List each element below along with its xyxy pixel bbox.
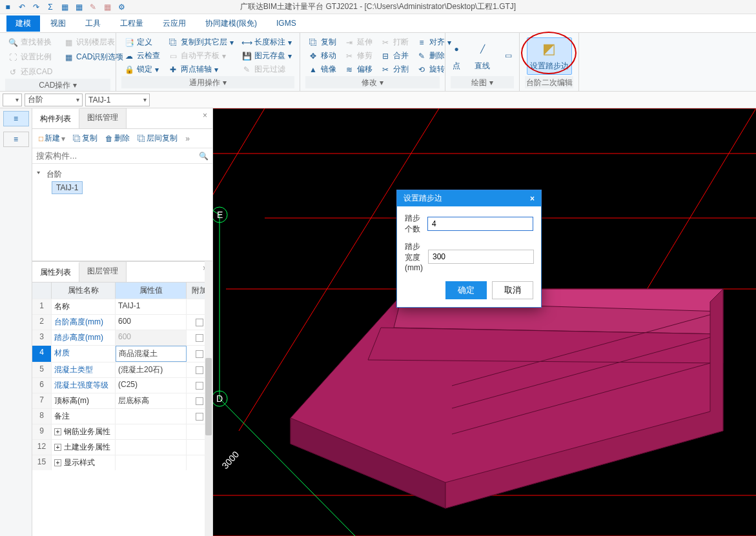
pencil-icon[interactable]: ✎ — [88, 2, 98, 12]
toolbar-overflow[interactable]: » — [183, 134, 192, 143]
floor-table-button[interactable]: ▦识别楼层表 — [61, 35, 117, 49]
prop-value[interactable]: 600 — [116, 330, 187, 345]
define-button[interactable]: 📑定义 — [121, 35, 163, 49]
checkbox[interactable] — [196, 366, 203, 374]
dialog-close-icon[interactable]: × — [530, 194, 535, 203]
category-dropdown[interactable]: 台阶▾ — [25, 94, 83, 106]
prop-value[interactable]: (C25) — [116, 378, 187, 393]
menu-tab-quantity[interactable]: 工程量 — [111, 15, 152, 32]
component-search[interactable]: 🔍 — [32, 148, 212, 164]
save-element-button[interactable]: 💾图元存盘 ▾ — [239, 49, 294, 63]
set-step-edge-button[interactable]: ◩ 设置踏步边 — [527, 37, 572, 75]
prop-row[interactable]: 12+土建业务属性 — [32, 439, 212, 455]
prop-value[interactable] — [116, 440, 187, 455]
prop-row[interactable]: 5混凝土类型(混凝土20石) — [32, 362, 212, 377]
prop-row[interactable]: 4材质商品混凝土 — [32, 345, 212, 362]
prop-value[interactable]: 商品混凝土 — [116, 346, 187, 362]
tab-drawing-manage[interactable]: 图纸管理 — [79, 108, 127, 128]
cloud-check-button[interactable]: ☁云检查 — [121, 49, 163, 63]
scroll-thumb[interactable] — [205, 358, 212, 435]
delete-comp-button[interactable]: 🗑删除 — [103, 132, 132, 145]
prop-scrollbar[interactable] — [205, 261, 212, 536]
sum-icon[interactable]: Σ — [45, 2, 56, 12]
merge-button[interactable]: ⊟合并 — [378, 49, 411, 63]
two-point-axis-button[interactable]: ✚两点辅轴 ▾ — [165, 63, 236, 76]
checkbox[interactable] — [196, 382, 203, 390]
cancel-button[interactable]: 取消 — [492, 281, 533, 299]
floor-copy-button[interactable]: ⿻层间复制 — [135, 132, 180, 145]
menu-tab-view[interactable]: 视图 — [41, 15, 75, 32]
lock-button[interactable]: 🔒锁定 ▾ — [121, 63, 163, 76]
checkbox[interactable] — [196, 334, 203, 342]
mirror-button[interactable]: ▲镜像 — [305, 63, 339, 76]
offset-button[interactable]: ≋偏移 — [342, 63, 375, 76]
checkbox[interactable] — [196, 413, 203, 421]
menu-tab-collab[interactable]: 协同建模(限免) — [196, 15, 266, 32]
find-replace-button[interactable]: 🔍查找替换 — [5, 35, 54, 49]
checkbox[interactable] — [196, 397, 203, 405]
tree-item-selected[interactable]: TAIJ-1 — [52, 181, 83, 194]
3d-viewport[interactable]: E D 3000 设置踏步边 × — [213, 108, 756, 536]
prop-row[interactable]: 15+显示样式 — [32, 455, 212, 470]
tab-layers[interactable]: 图层管理 — [79, 262, 127, 282]
restore-cad-button[interactable]: ↺还原CAD — [5, 65, 110, 79]
auto-level-button[interactable]: ▭自动平齐板 ▾ — [165, 49, 236, 63]
redo-icon[interactable]: ↷ — [31, 2, 41, 12]
point-button[interactable]: ●点 — [445, 37, 468, 74]
tab-component-list[interactable]: 构件列表 — [32, 108, 79, 128]
checkbox[interactable] — [196, 350, 203, 358]
step-count-input[interactable] — [427, 217, 533, 231]
prop-row[interactable]: 2台阶高度(mm)600 — [32, 314, 212, 330]
prop-row[interactable]: 9+钢筋业务属性 — [32, 424, 212, 439]
menu-tab-cloud[interactable]: 云应用 — [154, 15, 195, 32]
table-icon[interactable]: ▦ — [59, 2, 70, 12]
tree-root[interactable]: 台阶 — [37, 168, 207, 181]
step-width-input[interactable] — [428, 250, 534, 264]
rect-button[interactable]: ▭ — [496, 44, 520, 67]
rail-button-2[interactable]: ≡ — [3, 132, 29, 147]
menu-tab-tools[interactable]: 工具 — [76, 15, 110, 32]
filter-button[interactable]: ✎图元过滤 — [239, 63, 294, 76]
new-button[interactable]: □新建▾ — [36, 132, 68, 145]
grid-icon[interactable]: ▦ — [102, 2, 112, 12]
menu-tab-igms[interactable]: IGMS — [267, 16, 305, 30]
prop-value[interactable]: 层底标高 — [116, 393, 187, 408]
group-label-modify: 修改 ▾ — [305, 76, 440, 88]
move-button[interactable]: ✥移动 — [305, 49, 339, 63]
dimension-button[interactable]: ⟷长度标注 ▾ — [239, 35, 294, 49]
undo-icon[interactable]: ↶ — [17, 2, 27, 12]
prop-row[interactable]: 6混凝土强度等级(C25) — [32, 377, 212, 393]
copy-comp-button[interactable]: ⿻复制 — [70, 132, 100, 145]
line-button[interactable]: ╱直线 — [471, 37, 494, 74]
prop-value[interactable]: TAIJ-1 — [116, 299, 187, 314]
panel-close-icon[interactable]: × — [199, 110, 211, 121]
table2-icon[interactable]: ▦ — [74, 2, 84, 12]
trim-button[interactable]: ✂修剪 — [342, 49, 375, 63]
settings-icon[interactable]: ⚙ — [116, 2, 127, 12]
split-button[interactable]: ✂分割 — [378, 63, 411, 76]
copy-floor-button[interactable]: ⿻复制到其它层 ▾ — [165, 35, 236, 49]
scale-button[interactable]: ⛶设置比例 — [5, 50, 54, 64]
break-button[interactable]: ✂打断 — [378, 35, 411, 49]
prop-value[interactable] — [116, 455, 187, 470]
component-dropdown[interactable]: TAIJ-1▾ — [85, 94, 150, 106]
extend-button[interactable]: ⇥延伸 — [342, 35, 375, 49]
rail-button-1[interactable]: ≡ — [3, 111, 29, 126]
category-unused-dropdown[interactable]: ▾ — [3, 94, 22, 106]
search-input[interactable] — [36, 151, 199, 161]
prop-value[interactable]: 600 — [116, 315, 187, 330]
tab-properties[interactable]: 属性列表 — [32, 262, 79, 282]
prop-row[interactable]: 8备注 — [32, 408, 212, 424]
dialog-titlebar[interactable]: 设置踏步边 × — [397, 190, 541, 206]
menu-tab-model[interactable]: 建模 — [6, 15, 40, 32]
save-icon[interactable]: ■ — [3, 2, 13, 12]
prop-row[interactable]: 7顶标高(m)层底标高 — [32, 393, 212, 408]
ok-button[interactable]: 确定 — [445, 281, 487, 299]
copy-button[interactable]: ⿻复制 — [305, 35, 339, 49]
checkbox[interactable] — [196, 319, 203, 326]
prop-value[interactable] — [116, 409, 187, 424]
prop-value[interactable] — [116, 424, 187, 439]
prop-value[interactable]: (混凝土20石) — [116, 362, 187, 377]
prop-row[interactable]: 1名称TAIJ-1 — [32, 299, 212, 314]
prop-row[interactable]: 3踏步高度(mm)600 — [32, 330, 212, 345]
